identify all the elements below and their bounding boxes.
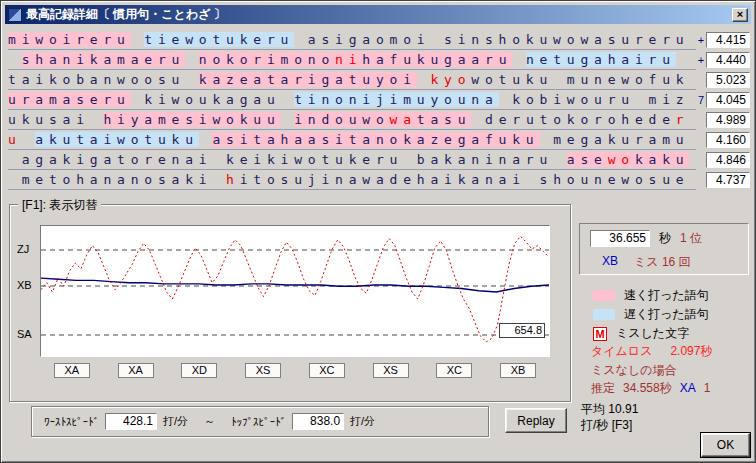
- worst-speed-value: 428.1: [105, 413, 157, 430]
- legend-label: 速く打った語句: [624, 287, 709, 304]
- row-text: ukusai hiyamesiwokuu indouwowatasu derut…: [8, 110, 696, 130]
- replay-button[interactable]: Replay: [505, 408, 567, 433]
- row-text: uramaseru kiwoukagau tinonijimuyouna kob…: [8, 90, 696, 110]
- lap-time-box: 4.737: [706, 172, 750, 188]
- estimate-line: 推定34.558秒XA1: [591, 380, 718, 397]
- lap-grade-box: XC: [309, 363, 345, 378]
- lap-mark: +: [696, 34, 706, 46]
- lap-grade-box: XS: [245, 363, 281, 378]
- miss-letter-swatch: M: [593, 327, 607, 341]
- lap-time-box: 4.846: [706, 152, 750, 168]
- top-speed-unit: 打/分: [350, 414, 375, 429]
- row-text: taikobanwoosu kazeatarigatuyoi kyowotuku…: [8, 70, 696, 90]
- record-row: ukusai hiyamesiwokuu indouwowatasu derut…: [8, 110, 752, 130]
- legend-label: 遅く打った語句: [624, 306, 709, 323]
- record-row: agakigatorenai keikiwotukeru bakaninaru …: [8, 150, 752, 170]
- record-row: u akutaiwotuku asitahaasitanokazegafuku …: [8, 130, 752, 150]
- speed-chart-svg: [41, 226, 549, 356]
- row-text: shanikamaeru nokorimononihafukugaaru net…: [8, 50, 696, 70]
- lap-grade-box: XA: [54, 363, 90, 378]
- legend-item: 速く打った語句: [593, 286, 709, 305]
- top-speed-label: ﾄｯﾌﾟｽﾋﾟｰﾄﾞ: [231, 416, 286, 428]
- y-axis-label-sa: SA: [17, 328, 39, 340]
- chart-groupbox-label: [F1]: 表示切替: [18, 197, 101, 214]
- estimate-label: 推定: [591, 381, 615, 395]
- window-title: 最高記録詳細〔 慣用句・ことわざ 〕: [26, 6, 728, 23]
- estimate-grade: XA: [680, 381, 696, 395]
- lap-time-box: 4.160: [706, 132, 750, 148]
- average-speed-label-2: 打/秒 [F3]: [581, 417, 632, 434]
- titlebar[interactable]: 最高記録詳細〔 慣用句・ことわざ 〕 ×: [5, 5, 751, 24]
- close-button[interactable]: ×: [732, 8, 748, 22]
- instant-speed-line: [41, 236, 549, 342]
- lap-mark: +: [696, 54, 706, 66]
- worst-speed-label: ﾜｰｽﾄｽﾋﾟｰﾄﾞ: [44, 416, 99, 428]
- lap-grade-box: XA: [118, 363, 154, 378]
- legend-item: 遅く打った語句: [593, 305, 709, 324]
- lap-mark: 7: [696, 94, 706, 106]
- current-speed-box: 654.8: [499, 323, 545, 338]
- rank-label: 1 位: [680, 230, 702, 247]
- worst-speed-unit: 打/分: [163, 414, 188, 429]
- lap-time-box: 4.989: [706, 112, 750, 128]
- grade-label: XB: [602, 254, 618, 271]
- record-detail-window: 最高記録詳細〔 慣用句・ことわざ 〕 × miwoireru tiewotuke…: [0, 0, 756, 463]
- record-row: uramaseru kiwoukagau tinonijimuyouna kob…: [8, 90, 752, 110]
- y-axis-label-zj: ZJ: [17, 243, 39, 255]
- time-loss: タイムロス2.097秒: [591, 343, 712, 360]
- score-panel: 36.655 秒 1 位 XB ミス 16 回: [579, 223, 749, 275]
- record-row: miwoireru tiewotukeru asigaomoi sinshoku…: [8, 30, 752, 50]
- record-row: shanikamaeru nokorimononihafukugaaru net…: [8, 50, 752, 70]
- record-row: metohananosaki hitosujinawadehaikanai sh…: [8, 170, 752, 190]
- estimate-rank: 1: [704, 381, 711, 395]
- average-speed-line: [41, 278, 549, 292]
- total-time-box: 36.655: [590, 230, 650, 247]
- legend-item: Mミスした文字: [593, 324, 709, 343]
- estimate-value: 34.558秒: [623, 381, 672, 395]
- row-text: metohananosaki hitosujinawadehaikanai sh…: [8, 170, 696, 190]
- range-tilde: ～: [204, 414, 215, 429]
- average-speed-label-1: 平均 10.91: [581, 401, 638, 418]
- time-loss-value: 2.097秒: [670, 344, 712, 358]
- legend: 速く打った語句遅く打った語句Mミスした文字: [593, 286, 709, 343]
- speed-range-panel: ﾜｰｽﾄｽﾋﾟｰﾄﾞ 428.1 打/分 ～ ﾄｯﾌﾟｽﾋﾟｰﾄﾞ 838.0 …: [31, 406, 489, 437]
- lap-time-box: 5.023: [706, 72, 750, 88]
- lap-grade-box: XC: [436, 363, 472, 378]
- score-line-time: 36.655 秒 1 位: [590, 230, 702, 247]
- lap-grade-box: XS: [373, 363, 409, 378]
- lap-grade-row: XAXAXDXSXCXSXCXB: [40, 363, 550, 378]
- miss-count-label: ミス 16 回: [634, 254, 691, 271]
- lap-time-box: 4.415: [706, 32, 750, 48]
- score-line-grade: XB ミス 16 回: [602, 254, 691, 271]
- lap-grade-box: XD: [181, 363, 217, 378]
- lap-grade-box: XB: [500, 363, 536, 378]
- chart-groupbox: [F1]: 表示切替 ZJ XB SA 654.8 XAXAXDXSXCXSXC…: [9, 204, 571, 402]
- ok-button[interactable]: OK: [701, 433, 750, 457]
- legend-label: ミスした文字: [616, 325, 689, 342]
- record-row: taikobanwoosu kazeatarigatuyoi kyowotuku…: [8, 70, 752, 90]
- y-axis-label-xb: XB: [17, 279, 39, 291]
- lap-time-box: 4.045: [706, 92, 750, 108]
- row-text: agakigatorenai keikiwotukeru bakaninaru …: [8, 150, 696, 170]
- time-loss-label: タイムロス: [591, 344, 652, 358]
- fast-phrase-swatch: [593, 290, 615, 301]
- record-rows: miwoireru tiewotukeru asigaomoi sinshoku…: [8, 30, 752, 190]
- row-text: u akutaiwotuku asitahaasitanokazegafuku …: [8, 130, 696, 150]
- row-text: miwoireru tiewotukeru asigaomoi sinshoku…: [8, 30, 696, 50]
- lap-time-box: 4.440: [706, 52, 750, 68]
- time-unit-label: 秒: [659, 230, 671, 247]
- no-miss-label: ミスなしの場合: [591, 362, 676, 379]
- speed-chart: 654.8: [40, 225, 550, 357]
- slow-phrase-swatch: [593, 309, 615, 320]
- top-speed-value: 838.0: [292, 413, 344, 430]
- app-icon: [8, 8, 22, 22]
